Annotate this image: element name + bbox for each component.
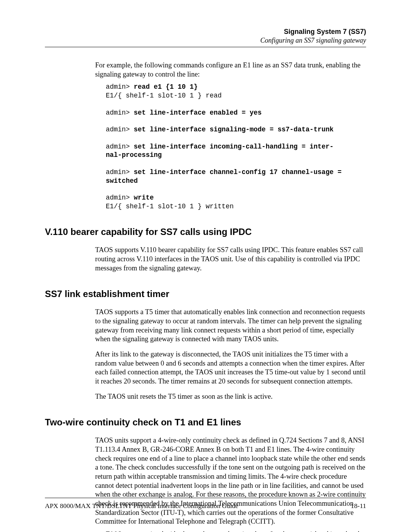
footer-doc-title: APX 8000/MAX TNT/DSLTNT Physical Interfa… [45,502,238,510]
code-block-two-wire: TAOS supports both incoming and outgoing… [106,530,366,532]
footer-page-number: 18-11 [351,502,366,510]
paragraph: TAOS supports V.110 bearer capability fo… [95,246,366,273]
code-prompt: admin> [106,143,134,150]
paragraph: TAOS units support a 4-wire-only continu… [95,436,366,526]
code-command: read e1 {1 10 1} [134,83,198,91]
code-command: set line-interface signaling-mode = ss7-… [134,126,334,133]
header-rule [45,47,366,47]
section-two-wire-body: TAOS units support a 4-wire-only continu… [95,436,366,532]
section-v110-body: TAOS supports V.110 bearer capability fo… [95,246,366,273]
running-head-title: Signaling System 7 (SS7) [45,27,366,36]
page: Signaling System 7 (SS7) Configuring an … [0,0,411,532]
code-command: write [134,194,154,201]
code-command-cont: nal-processing [106,151,162,159]
intro-block: For example, the following commands conf… [95,61,366,211]
code-command: set line-interface channel-config 17 cha… [134,168,346,176]
code-prompt: admin> [106,83,134,91]
footer: APX 8000/MAX TNT/DSLTNT Physical Interfa… [45,498,366,510]
code-output: E1/{ shelf-1 slot-10 1 } read [106,92,222,99]
code-prompt: admin> [106,194,134,201]
code-block-e1-config: admin> read e1 {1 10 1} E1/{ shelf-1 slo… [106,83,366,211]
code-command: set line-interface enabled = yes [134,109,262,117]
running-head: Signaling System 7 (SS7) Configuring an … [45,27,366,45]
code-prompt: admin> [106,109,134,117]
code-line: TAOS supports both incoming and outgoing… [106,530,370,532]
code-prompt: admin> [106,168,134,176]
paragraph: The TAOS unit resets the T5 timer as soo… [95,392,366,401]
heading-ss7-timer: SS7 link establishment timer [45,289,366,299]
code-command-cont: switched [106,177,138,185]
heading-v110: V.110 bearer capability for SS7 calls us… [45,227,366,237]
section-ss7-timer-body: TAOS supports a T5 timer that automatica… [95,308,366,401]
intro-paragraph: For example, the following commands conf… [95,61,366,79]
code-output: E1/{ shelf-1 slot-10 1 } written [106,203,234,210]
content: For example, the following commands conf… [45,61,366,532]
paragraph: TAOS supports a T5 timer that automatica… [95,308,366,344]
running-head-subtitle: Configuring an SS7 signaling gateway [45,36,366,45]
footer-row: APX 8000/MAX TNT/DSLTNT Physical Interfa… [45,502,366,510]
paragraph: After its link to the gateway is disconn… [95,350,366,386]
footer-rule [45,498,366,498]
code-prompt: admin> [106,126,134,133]
code-command: set line-interface incoming-call-handlin… [134,143,334,150]
heading-two-wire: Two-wire continuity check on T1 and E1 l… [45,417,366,428]
